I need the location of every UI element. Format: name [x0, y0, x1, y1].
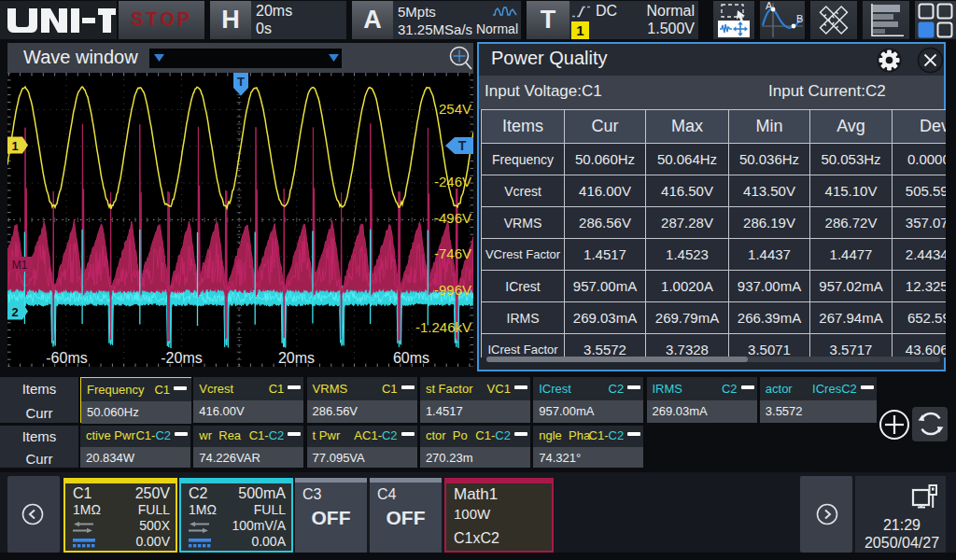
- svg-text:60ms: 60ms: [393, 350, 429, 366]
- svg-text:T: T: [237, 75, 245, 89]
- svg-text:-1.246kV: -1.246kV: [415, 319, 471, 335]
- svg-text:-746V: -746V: [434, 245, 471, 261]
- svg-text:-60ms: -60ms: [46, 350, 87, 366]
- svg-text:M1: M1: [12, 259, 28, 272]
- svg-text:-996V: -996V: [434, 282, 471, 298]
- svg-text:B: B: [796, 13, 803, 24]
- svg-text:20ms: 20ms: [278, 350, 315, 366]
- svg-text:254V: 254V: [439, 101, 471, 117]
- svg-text:-246V: -246V: [434, 174, 471, 189]
- svg-text:-20ms: -20ms: [161, 350, 202, 366]
- svg-text:-496V: -496V: [434, 210, 471, 226]
- svg-text:2: 2: [11, 305, 18, 319]
- svg-text:A: A: [766, 1, 773, 11]
- svg-text:T: T: [458, 138, 467, 153]
- svg-text:1: 1: [11, 139, 18, 153]
